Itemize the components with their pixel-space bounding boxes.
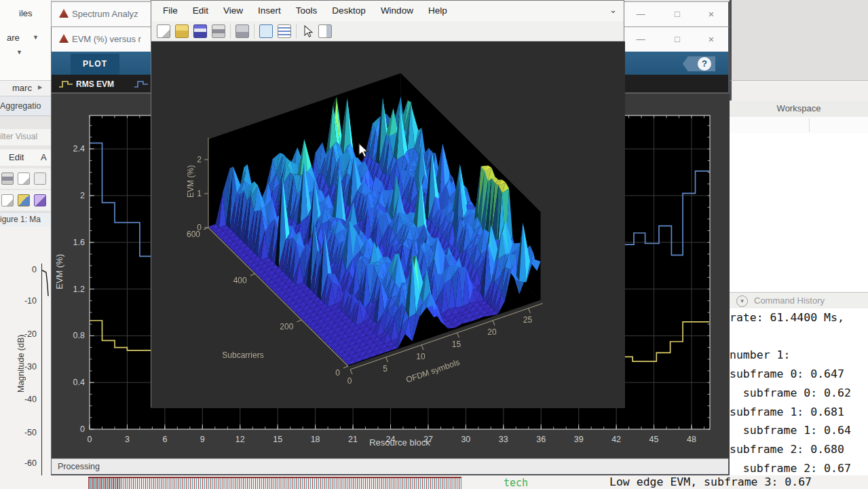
menu-window[interactable]: Window <box>373 1 421 21</box>
magnitude-trace <box>41 266 51 299</box>
help-icon[interactable]: ? <box>698 57 711 71</box>
link-plot-icon[interactable] <box>235 24 249 38</box>
magnitude-tick-label: -30 <box>8 362 37 372</box>
figure1-label: igure 1: Ma <box>0 215 41 224</box>
svg-text:0: 0 <box>80 424 85 434</box>
svg-text:6: 6 <box>162 435 167 444</box>
minimize-button[interactable]: — <box>629 7 652 22</box>
figure1-title-fragment: igure 1: Ma <box>0 212 51 228</box>
matlab-icon <box>59 9 69 18</box>
time-domain-waveform <box>88 477 461 489</box>
command-history-title: Command History <box>754 295 825 306</box>
legend-rms-evm[interactable]: RMS EVM <box>58 77 114 91</box>
maximize-button[interactable]: □ <box>666 7 689 22</box>
magnitude-tick-label: -20 <box>8 329 37 339</box>
new-figure-icon[interactable] <box>157 24 170 38</box>
help-badge[interactable]: ? <box>683 56 715 71</box>
command-output-line: subframe 1: 0.64 <box>730 421 868 440</box>
spectrum-options-icon[interactable] <box>34 194 46 206</box>
print-icon[interactable] <box>212 24 225 38</box>
close-button[interactable]: × <box>700 7 723 22</box>
share-dropdown-icon[interactable]: ▼ <box>33 34 39 41</box>
desktop-background <box>730 0 868 80</box>
command-window-output[interactable]: rate: 61.4400 Ms, number 1:subframe 0: 0… <box>730 308 868 489</box>
chevron-right-icon[interactable]: ▶ <box>38 84 42 90</box>
filter-visualization-label: ilter Visual <box>0 132 37 141</box>
menu-edit[interactable]: Edit <box>185 1 216 21</box>
svg-text:33: 33 <box>499 435 508 444</box>
svg-text:0.8: 0.8 <box>73 331 85 340</box>
insert-legend-icon[interactable] <box>278 24 291 38</box>
magnitude-tick-label: -60 <box>8 458 37 468</box>
toolbar-row-1 <box>0 168 51 189</box>
breadcrumb[interactable]: marc ▶ <box>0 80 51 96</box>
spectrum-window-title: Spectrum Analyz <box>72 9 138 19</box>
menu-desktop[interactable]: Desktop <box>324 1 373 21</box>
menu-overflow-icon[interactable]: ⌄ <box>609 1 617 20</box>
svg-text:39: 39 <box>574 435 584 444</box>
edit-plot-pointer-icon[interactable] <box>301 25 314 37</box>
svg-text:36: 36 <box>536 435 546 444</box>
pointer-icon[interactable] <box>34 173 46 185</box>
magnitude-figure-fragment: Magnitude (dB) 0-10-20-30-40-50-60 <box>0 227 51 475</box>
filter-visualization-title: ilter Visual <box>0 129 51 145</box>
minimize-button[interactable]: — <box>629 32 652 47</box>
edit-menu[interactable]: Edit <box>9 152 24 162</box>
command-history-header[interactable]: ▾ Command History <box>730 292 868 310</box>
print-preview-icon[interactable] <box>18 173 30 185</box>
insert-colorbar-icon[interactable] <box>259 24 273 38</box>
open-file-icon[interactable] <box>175 24 189 38</box>
magnitude-tick-label: -40 <box>8 395 37 404</box>
menu-insert[interactable]: Insert <box>250 1 288 21</box>
svg-text:21: 21 <box>348 435 358 444</box>
workspace-body[interactable] <box>730 133 868 292</box>
svg-text:EVM (%): EVM (%) <box>54 254 64 289</box>
history-dropdown-icon[interactable]: ▾ <box>736 295 748 307</box>
aggregation-window-title: Aggregatio <box>0 96 51 116</box>
workspace-panel-header[interactable]: Workspace <box>730 101 868 117</box>
evm-3d-surface-axes[interactable] <box>151 41 625 408</box>
toolbar-separator <box>230 24 231 39</box>
breadcrumb-folder[interactable]: marc <box>12 83 32 93</box>
svg-text:18: 18 <box>311 435 320 444</box>
command-output-line: subframe 0: 0.62 <box>730 384 868 403</box>
new-analysis-icon[interactable] <box>1 194 14 206</box>
toolbar-separator <box>296 24 297 39</box>
menu-help[interactable]: Help <box>421 1 455 21</box>
toolbar-row-2 <box>0 190 51 211</box>
save-icon[interactable] <box>193 24 207 38</box>
evm-status-bar: Processing <box>52 458 728 474</box>
menu-file[interactable]: File <box>155 1 185 21</box>
matlab-desktop: iles are ▼ ▼ marc ▶ Aggregatio ilter Vis… <box>0 0 868 489</box>
column-divider[interactable] <box>809 118 810 132</box>
overlay-analysis-icon[interactable] <box>18 194 30 206</box>
svg-text:1.6: 1.6 <box>73 238 85 247</box>
svg-text:3: 3 <box>125 435 130 444</box>
command-output-line: number 1: <box>730 346 868 365</box>
analysis-menu-fragment[interactable]: A <box>41 152 47 162</box>
svg-text:15: 15 <box>273 435 282 444</box>
workspace-column-header[interactable] <box>730 117 868 134</box>
menu-view[interactable]: View <box>216 1 250 21</box>
figure-window: FileEditViewInsertToolsDesktopWindowHelp… <box>151 0 624 408</box>
svg-text:42: 42 <box>611 435 621 444</box>
menu-tools[interactable]: Tools <box>288 1 325 21</box>
command-output-line: subframe 1: 0.681 <box>730 403 868 422</box>
aggregation-label: Aggregatio <box>0 101 41 111</box>
svg-text:1.2: 1.2 <box>73 285 85 294</box>
stairs-line-icon <box>58 79 73 89</box>
share-label[interactable]: are <box>7 33 20 43</box>
tab-plot[interactable]: PLOT <box>71 54 119 75</box>
svg-text:45: 45 <box>649 435 659 444</box>
caret-icon[interactable]: ▼ <box>16 49 22 56</box>
menu-row-fragment: Edit A <box>0 149 51 166</box>
command-output-line: subframe 2: 0.680 <box>730 440 868 459</box>
figure-menubar: FileEditViewInsertToolsDesktopWindowHelp… <box>151 1 624 21</box>
evm-window-title: EVM (%) versus r <box>72 34 141 44</box>
print-icon[interactable] <box>1 173 14 185</box>
command-output-line: rate: 61.4400 Ms, <box>730 308 868 327</box>
maximize-button[interactable]: □ <box>666 32 689 47</box>
bottom-strip: tech Low edge EVM, subframe 3: 0.67 <box>0 475 868 489</box>
close-button[interactable]: × <box>700 32 723 47</box>
plot-browser-icon[interactable] <box>318 24 332 38</box>
